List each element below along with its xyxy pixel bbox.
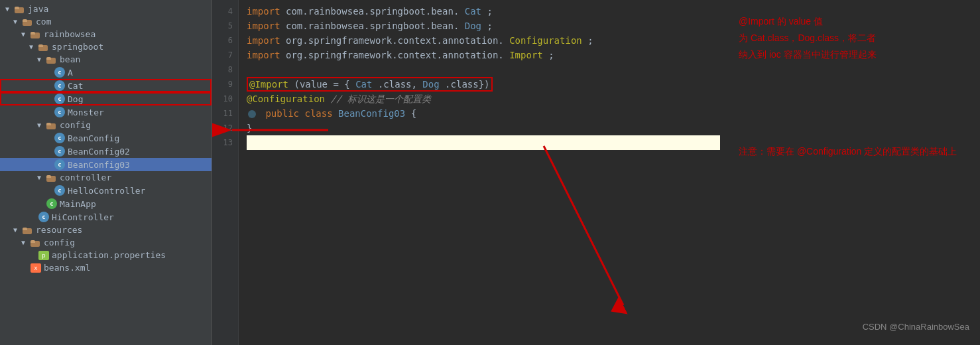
keyword-import-4: import <box>247 6 280 17</box>
arrow-resources <box>13 226 23 234</box>
code-line-12: } <box>247 121 720 135</box>
annotation-configuration-10: @Configuration <box>247 94 325 104</box>
java-icon-HiController: c <box>38 212 49 222</box>
folder-icon-config2 <box>31 239 41 247</box>
java-icon-BeanConfig03: c <box>54 159 65 170</box>
arrow-springboot <box>29 43 38 50</box>
class-beanconfig03: BeanConfig03 <box>338 108 405 119</box>
tree-item-bean[interactable]: bean <box>0 53 212 66</box>
folder-icon-bean <box>46 56 57 64</box>
arrow-bean <box>37 56 46 63</box>
tree-label-HelloController: HelloController <box>68 186 145 196</box>
arrow-controller <box>37 174 46 181</box>
arrow-rainbowsea <box>21 31 31 38</box>
code-plain-11c: { <box>411 108 416 119</box>
keyword-class-11: class <box>304 108 332 119</box>
tree-item-HiController[interactable]: c HiController <box>0 210 212 224</box>
tree-item-Monster[interactable]: c Monster <box>0 105 212 119</box>
line-num-10: 10 <box>212 92 233 106</box>
semicolon-6: ; <box>587 35 593 46</box>
editor-area: 4 5 6 7 8 9 10 11 12 13 import com.rainb… <box>212 0 728 345</box>
java-icon-BeanConfig: c <box>54 133 65 143</box>
tree-label-HiController: HiController <box>52 212 114 222</box>
tree-label-Cat: Cat <box>68 81 83 91</box>
tree-item-com[interactable]: com <box>0 15 212 28</box>
keyword-import-6: import <box>247 35 280 46</box>
code-line-13 <box>247 135 720 150</box>
annotation-text-2: 注意：需要在 @Configuration 定义的配置类的基础上 <box>739 143 969 160</box>
comment-10: // 标识这是一个配置类 <box>330 94 430 104</box>
csdn-watermark: CSDN @ChinaRainbowSea <box>863 322 969 332</box>
tree-item-config2[interactable]: config <box>0 236 212 249</box>
java-icon-HelloController: c <box>54 185 65 196</box>
tree-label-applicationprops: application.properties <box>52 250 166 260</box>
code-plain-5: com.rainbowsea.springboot.bean. <box>286 21 459 31</box>
tree-label-bean: bean <box>60 54 80 64</box>
line-num-12: 12 <box>212 121 233 135</box>
tree-item-MainApp[interactable]: c MainApp <box>0 197 212 210</box>
tree-item-java[interactable]: java <box>0 3 212 15</box>
code-line-11: public class BeanConfig03 { <box>247 106 720 121</box>
tree-label-config: config <box>60 120 91 130</box>
tree-item-applicationprops[interactable]: p application.properties <box>0 249 212 261</box>
tree-label-BeanConfig: BeanConfig <box>68 133 119 143</box>
class-cat: Cat <box>465 6 481 17</box>
code-plain-9b: .class, <box>378 79 422 90</box>
line-num-13: 13 <box>212 135 233 150</box>
tree-label-springboot: springboot <box>52 42 103 52</box>
arrow-config <box>37 121 46 129</box>
svg-point-0 <box>248 110 256 118</box>
class-cat-9: Cat <box>355 79 372 90</box>
tree-label-Monster: Monster <box>68 107 104 117</box>
folder-icon-rainbowsea <box>31 31 41 38</box>
tree-item-Cat[interactable]: c Cat <box>0 79 212 92</box>
tree-item-controller[interactable]: controller <box>0 171 212 184</box>
arrow-com <box>13 18 23 25</box>
folder-icon-java <box>15 5 25 13</box>
java-icon-Dog: c <box>54 94 65 104</box>
java-icon-BeanConfig02: c <box>54 146 65 157</box>
file-tree[interactable]: java com rainbowsea springboot bean c A … <box>0 0 212 345</box>
line-num-5: 5 <box>212 19 233 33</box>
tree-item-beansxml[interactable]: x beans.xml <box>0 261 212 274</box>
tree-item-rainbowsea[interactable]: rainbowsea <box>0 28 212 40</box>
line-num-11: 11 <box>212 106 233 121</box>
java-icon-Monster: c <box>54 107 65 117</box>
tree-item-BeanConfig03[interactable]: c BeanConfig03 <box>0 158 212 171</box>
class-dog-9: Dog <box>422 79 439 90</box>
breakpoint-icon <box>247 109 257 119</box>
tree-label-controller: controller <box>60 172 111 182</box>
code-plain-12: } <box>247 123 252 133</box>
tree-item-config[interactable]: config <box>0 119 212 131</box>
tree-label-A: A <box>68 68 73 78</box>
folder-icon-springboot <box>38 43 49 51</box>
java-icon-Cat: c <box>54 80 65 91</box>
tree-item-resources[interactable]: resources <box>0 224 212 236</box>
tree-label-java: java <box>28 4 48 14</box>
tree-item-springboot[interactable]: springboot <box>0 40 212 53</box>
code-line-7: import org.springframework.context.annot… <box>247 48 720 62</box>
line-num-6: 6 <box>212 33 233 48</box>
tree-item-A[interactable]: c A <box>0 66 212 79</box>
line-num-8: 8 <box>212 62 233 77</box>
line-num-9: 9 <box>212 77 233 92</box>
tree-item-HelloController[interactable]: c HelloController <box>0 184 212 197</box>
code-plain-9c: .class}) <box>445 79 489 90</box>
annotation-panel: @Import 的 value 值 为 Cat.class，Dog.class，… <box>728 0 980 345</box>
code-line-9: @Import (value = { Cat .class, Dog .clas… <box>247 77 720 92</box>
code-editor: 4 5 6 7 8 9 10 11 12 13 import com.rainb… <box>212 0 728 345</box>
keyword-import-7: import <box>247 50 280 60</box>
tree-item-BeanConfig[interactable]: c BeanConfig <box>0 131 212 145</box>
arrow-config2 <box>21 239 31 246</box>
code-plain-7: org.springframework.context.annotation. <box>286 50 504 60</box>
semicolon-5: ; <box>487 21 492 31</box>
tree-label-resources: resources <box>36 225 82 235</box>
tree-item-BeanConfig02[interactable]: c BeanConfig02 <box>0 145 212 158</box>
arrow-java <box>5 5 15 13</box>
code-plain-6: org.springframework.context.annotation. <box>286 35 504 46</box>
xml-icon: x <box>31 263 41 273</box>
code-plain-4: com.rainbowsea.springboot.bean. <box>286 6 459 17</box>
line-num-7: 7 <box>212 48 233 62</box>
tree-item-Dog[interactable]: c Dog <box>0 92 212 105</box>
tree-label-Dog: Dog <box>68 94 83 104</box>
